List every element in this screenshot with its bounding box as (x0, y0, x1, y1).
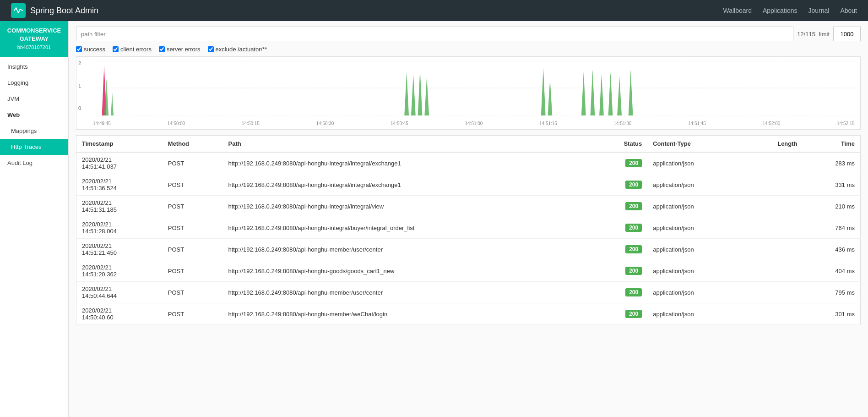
cell-status: 200 (593, 152, 648, 174)
cell-path[interactable]: http://192.168.0.249:8080/api-honghu-mem… (222, 282, 592, 303)
nav-about[interactable]: About (840, 7, 857, 14)
cell-length (745, 282, 803, 303)
cell-timestamp: 2020/02/2114:51:41.037 (76, 152, 163, 174)
cell-length (745, 303, 803, 325)
chart-svg (93, 60, 855, 120)
cell-content-type: application/json (647, 174, 745, 196)
cell-path[interactable]: http://192.168.0.249:8080/api-honghu-int… (222, 174, 592, 196)
brand-title: Spring Boot Admin (30, 6, 98, 16)
path-filter-input[interactable] (76, 27, 793, 41)
table-row: 2020/02/2114:50:44.644 POST http://192.1… (76, 282, 861, 303)
sidebar-item-web[interactable]: Web (0, 107, 68, 123)
cell-path[interactable]: http://192.168.0.249:8080/api-honghu-int… (222, 217, 592, 239)
cell-length (745, 196, 803, 217)
cell-timestamp: 2020/02/2114:50:40.60 (76, 303, 163, 325)
cell-method: POST (163, 196, 223, 217)
svg-marker-12 (581, 72, 586, 115)
svg-marker-8 (418, 70, 423, 115)
checkbox-success[interactable]: success (76, 46, 105, 53)
cell-timestamp: 2020/02/2114:51:31.185 (76, 196, 163, 217)
cell-status: 200 (593, 196, 648, 217)
cell-content-type: application/json (647, 260, 745, 282)
cell-status: 200 (593, 303, 648, 325)
sidebar-item-http-traces[interactable]: Http Traces (0, 139, 68, 155)
svg-marker-14 (599, 74, 604, 115)
svg-marker-9 (424, 77, 429, 115)
cell-path[interactable]: http://192.168.0.249:8080/api-honghu-int… (222, 152, 592, 174)
checkbox-server-errors[interactable]: server errors (159, 46, 201, 53)
cell-timestamp: 2020/02/2114:50:44.644 (76, 282, 163, 303)
limit-label: limit (819, 31, 830, 38)
cell-timestamp: 2020/02/2114:51:36.524 (76, 174, 163, 196)
content-area: 12/115 limit success client errors serve… (69, 21, 868, 417)
brand: Spring Boot Admin (11, 3, 723, 18)
table-row: 2020/02/2114:50:40.60 POST http://192.16… (76, 303, 861, 325)
svg-marker-16 (617, 77, 622, 115)
sidebar-nav: Insights Logging JVM Web Mappings Http T… (0, 57, 68, 171)
nav-journal[interactable]: Journal (808, 7, 829, 14)
cell-status: 200 (593, 217, 648, 239)
table-row: 2020/02/2114:51:20.362 POST http://192.1… (76, 260, 861, 282)
cell-method: POST (163, 303, 223, 325)
cell-path[interactable]: http://192.168.0.249:8080/api-honghu-int… (222, 196, 592, 217)
cell-method: POST (163, 152, 223, 174)
checkbox-client-errors[interactable]: client errors (113, 46, 152, 53)
svg-marker-6 (404, 72, 409, 115)
cell-status: 200 (593, 260, 648, 282)
checkbox-exclude-actuator[interactable]: exclude /actuator/** (208, 46, 267, 53)
cell-method: POST (163, 174, 223, 196)
cell-path[interactable]: http://192.168.0.249:8080/api-honghu-mem… (222, 303, 592, 325)
cell-method: POST (163, 282, 223, 303)
cell-length (745, 239, 803, 260)
sidebar-app-header: COMMONSERVICE GATEWAY bb4078107201 (0, 21, 68, 57)
sidebar-item-jvm[interactable]: JVM (0, 91, 68, 107)
svg-marker-15 (608, 72, 613, 115)
cell-time: 210 ms (803, 196, 861, 217)
cell-content-type: application/json (647, 239, 745, 260)
top-nav: Spring Boot Admin Wallboard Applications… (0, 0, 868, 21)
filter-count: 12/115 (797, 31, 815, 38)
cell-content-type: application/json (647, 282, 745, 303)
cell-length (745, 174, 803, 196)
sidebar-app-name: COMMONSERVICE GATEWAY (5, 27, 64, 43)
cell-status: 200 (593, 174, 648, 196)
svg-marker-13 (590, 70, 595, 115)
table-header-row: Timestamp Method Path Status Content-Typ… (76, 136, 861, 153)
cell-timestamp: 2020/02/2114:51:28.004 (76, 217, 163, 239)
cell-path[interactable]: http://192.168.0.249:8080/api-honghu-mem… (222, 239, 592, 260)
cell-timestamp: 2020/02/2114:51:20.362 (76, 260, 163, 282)
table-row: 2020/02/2114:51:41.037 POST http://192.1… (76, 152, 861, 174)
limit-input[interactable] (833, 27, 861, 41)
cell-status: 200 (593, 282, 648, 303)
svg-marker-11 (548, 79, 553, 115)
col-time: Time (803, 136, 861, 153)
cell-time: 404 ms (803, 260, 861, 282)
col-content-type: Content-Type (647, 136, 745, 153)
cell-time: 436 ms (803, 239, 861, 260)
cell-timestamp: 2020/02/2114:51:21.450 (76, 239, 163, 260)
cell-time: 764 ms (803, 217, 861, 239)
cell-time: 331 ms (803, 174, 861, 196)
sidebar: COMMONSERVICE GATEWAY bb4078107201 Insig… (0, 21, 69, 417)
sidebar-item-insights[interactable]: Insights (0, 59, 68, 75)
sidebar-item-logging[interactable]: Logging (0, 75, 68, 91)
chart-x-labels: 14:49:45 14:50:00 14:50:15 14:50:30 14:5… (93, 121, 855, 126)
sidebar-item-audit-log[interactable]: Audit Log (0, 155, 68, 171)
col-path: Path (222, 136, 592, 153)
cell-length (745, 152, 803, 174)
nav-wallboard[interactable]: Wallboard (723, 7, 752, 14)
cell-method: POST (163, 239, 223, 260)
col-status: Status (593, 136, 648, 153)
nav-applications[interactable]: Applications (763, 7, 797, 14)
main-layout: COMMONSERVICE GATEWAY bb4078107201 Insig… (0, 21, 868, 417)
sidebar-app-id: bb4078107201 (5, 44, 64, 51)
table-row: 2020/02/2114:51:36.524 POST http://192.1… (76, 174, 861, 196)
svg-marker-7 (411, 74, 416, 115)
chart-area: 2 1 0 (76, 56, 861, 130)
traces-table: Timestamp Method Path Status Content-Typ… (76, 135, 861, 325)
svg-marker-5 (111, 93, 114, 115)
svg-marker-17 (629, 70, 633, 115)
cell-path[interactable]: http://192.168.0.249:8080/api-honghu-goo… (222, 260, 592, 282)
sidebar-item-mappings[interactable]: Mappings (0, 123, 68, 139)
cell-content-type: application/json (647, 196, 745, 217)
